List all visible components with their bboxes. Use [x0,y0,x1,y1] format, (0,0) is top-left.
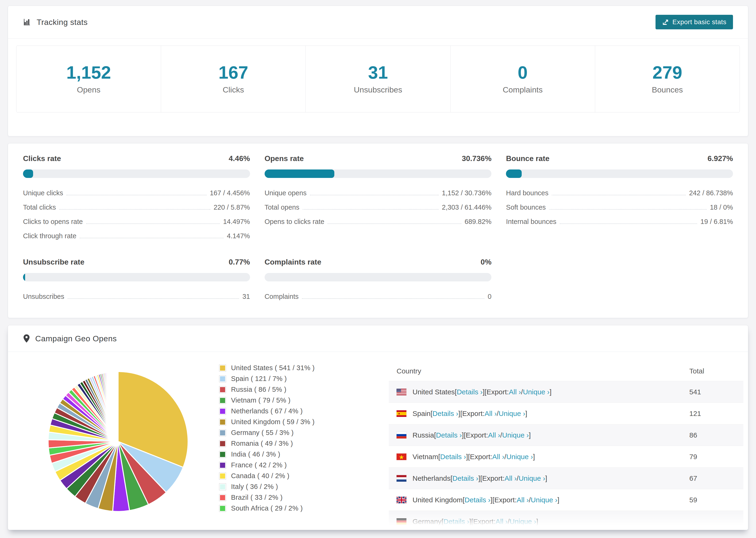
export-all-link-de[interactable]: All › [495,517,508,525]
bracket-text: [Export: [460,409,484,418]
bracket-text: ] [466,453,468,461]
export-all-link-gb[interactable]: All › [517,496,529,504]
summary-stats-row: 1,152Opens167Clicks31Unsubscribes0Compla… [16,45,740,112]
rate-value: 30.736% [462,154,491,163]
geo-body: United States ( 541 / 31% )Spain ( 121 /… [8,352,748,530]
country-cell: Spain [Details ›] [Export: All › / Uniqu… [389,409,689,418]
details-link-gb[interactable]: Details › [465,496,490,504]
bracket-text: [ [434,431,436,439]
bracket-text: [ [451,474,453,482]
rate-progress-bar [23,273,250,282]
country-cell: Vietnam [Details ›] [Export: All › / Uni… [389,453,689,461]
country-name: Vietnam [412,453,438,461]
export-basic-stats-button[interactable]: Export basic stats [656,15,733,29]
legend-label: France ( 42 / 2% ) [231,461,287,469]
dotted-leader [59,209,210,210]
bracket-text: ] [529,431,531,439]
legend-swatch [219,451,226,458]
legend-item: Russia ( 86 / 5% ) [219,386,315,394]
bracket-text: ] [545,474,547,482]
details-link-de[interactable]: Details › [444,517,469,525]
export-unique-link-us[interactable]: Unique › [523,388,549,396]
legend-swatch [219,376,226,382]
metric-row: Clicks to opens rate14.497% [23,215,250,229]
bracket-text: / [497,409,499,418]
nl-flag-icon [397,475,406,482]
legend-label: Brazil ( 33 / 2% ) [231,494,283,501]
dotted-leader [80,238,224,238]
us-flag-icon [397,389,406,395]
export-unique-link-ru[interactable]: Unique › [502,431,529,439]
metric-value: 689.82% [465,218,492,226]
details-link-es[interactable]: Details › [432,409,458,418]
legend-swatch [219,473,226,479]
total-cell: 67 [689,474,743,482]
es-flag-icon [397,410,406,417]
gb-flag-icon [397,497,406,503]
legend-label: United Kingdom ( 59 / 3% ) [231,418,315,426]
rates-row-1: Clicks rate4.46%Unique clicks167 / 4.456… [23,154,733,243]
geo-table: Country Total United States [Details ›] … [389,361,743,530]
rate-value: 6.927% [707,154,733,163]
geo-table-header: Country Total [389,361,743,381]
rate-progress-bar [265,170,492,178]
bracket-text: ] [536,517,538,525]
metric-value: 167 / 4.456% [210,189,250,197]
metric-label: Unique clicks [23,189,63,197]
geo-header: Campaign Geo Opens [8,325,748,352]
rates-card: Clicks rate4.46%Unique clicks167 / 4.456… [8,143,748,318]
dotted-leader [67,195,207,195]
geo-title: Campaign Geo Opens [35,334,117,343]
dotted-leader [302,298,484,299]
total-cell: 86 [689,431,743,439]
export-unique-link-gb[interactable]: Unique › [531,496,557,504]
table-row-us: United States [Details ›] [Export: All ›… [389,381,743,403]
details-link-ru[interactable]: Details › [436,431,462,439]
geo-opens-pie-chart [45,369,191,514]
details-link-vn[interactable]: Details › [440,453,466,461]
export-unique-link-de[interactable]: Unique › [510,517,536,525]
export-all-link-es[interactable]: All › [485,409,497,418]
legend-label: Italy ( 36 / 2% ) [231,483,278,491]
country-name: Netherlands [412,474,451,482]
bracket-text: [ [431,409,432,418]
metric-value: 220 / 5.87% [214,203,250,211]
summary-stat-value: 279 [652,64,682,81]
rate-metrics: Unsubscribes31 [23,290,250,304]
metric-row: Click through rate4.147% [23,229,250,243]
dotted-leader [310,195,439,195]
metric-value: 0 [488,293,491,300]
rate-block-complaints-rate: Complaints rate0%Complaints0 [265,258,492,304]
country-name: Spain [412,409,431,418]
export-all-link-nl[interactable]: All › [505,474,517,482]
dashboard-page: { "tracking": { "title": "Tracking stats… [0,0,756,538]
dotted-leader [560,224,697,224]
metric-value: 18 / 0% [710,203,733,211]
rate-block-bounce-rate: Bounce rate6.927%Hard bounces242 / 86.73… [506,154,733,243]
legend-item: France ( 42 / 2% ) [219,461,315,469]
bracket-text: ] [557,496,559,504]
bracket-text: [ [462,496,464,504]
rate-title: Unsubscribe rate [23,258,84,266]
bracket-text: ] [490,496,492,504]
export-all-link-us[interactable]: All › [509,388,521,396]
rate-title: Complaints rate [265,258,321,266]
vn-flag-icon [397,454,406,460]
rate-block-unsubscribe-rate: Unsubscribe rate0.77%Unsubscribes31 [23,258,250,304]
details-link-nl[interactable]: Details › [453,474,478,482]
bracket-text: [ [438,453,440,461]
bracket-text: / [517,474,519,482]
export-unique-link-vn[interactable]: Unique › [507,453,533,461]
rates-row-2: Unsubscribe rate0.77%Unsubscribes31Compl… [23,258,733,304]
dotted-leader [328,224,461,224]
metric-label: Clicks to opens rate [23,218,83,226]
country-cell: United Kingdom [Details ›] [Export: All … [389,496,689,504]
details-link-us[interactable]: Details › [457,388,482,396]
metric-label: Complaints [265,293,298,300]
export-all-link-ru[interactable]: All › [488,431,500,439]
export-all-link-vn[interactable]: All › [492,453,505,461]
export-unique-link-es[interactable]: Unique › [499,409,525,418]
metric-label: Total opens [265,203,299,211]
total-cell: 79 [689,453,743,461]
export-unique-link-nl[interactable]: Unique › [519,474,545,482]
